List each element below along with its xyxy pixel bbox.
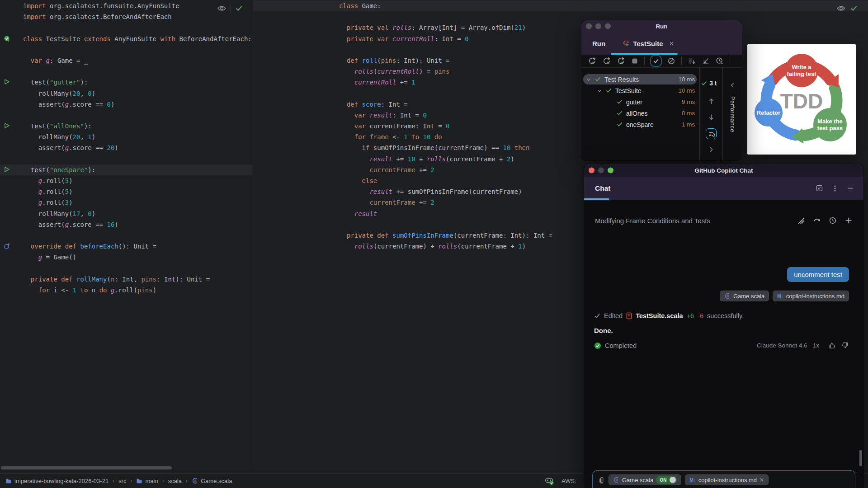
show-passed-icon[interactable] [651,56,661,66]
chevron-down-icon[interactable] [586,77,591,82]
attachment-chip-copilot-instructions[interactable]: M↓ copilot-instructions.md [773,291,849,301]
run-window-title: Run [656,23,667,30]
attach-file-icon[interactable] [597,476,605,484]
test-tree-row-gutter[interactable]: gutter9 ms [581,96,699,108]
run-window-titlebar[interactable]: Run [581,20,742,32]
tab-chat[interactable]: Chat [595,184,610,192]
run-test-gutter-icon[interactable] [4,122,11,130]
chat-scrollbar[interactable] [859,450,862,466]
code-line: private val rolls: Array[Int] = Array.of… [253,22,868,33]
test-duration: 1 ms [682,121,695,128]
stop-icon[interactable] [631,57,638,65]
breadcrumb-label: Game.scala [201,478,232,484]
editor-testsuite[interactable]: import org.scalatest.funsuite.AnyFunSuit… [0,0,253,473]
highlighting-level-eye-icon[interactable] [836,4,846,13]
attachment-label: copilot-instructions.md [698,477,757,483]
run-test-gutter-icon[interactable] [4,79,11,86]
previous-occurrence-icon[interactable] [708,98,715,105]
toggle-on-label: ON [660,478,666,483]
completion-row: Completed Claude Sonnet 4.6 · 1x [594,342,849,349]
breadcrumb-item[interactable]: Game.scala [192,478,232,484]
tab-testsuite[interactable]: TestSuite [623,40,674,47]
close-tab-icon[interactable] [669,41,674,46]
minimize-icon[interactable] [847,185,854,192]
chat-window-titlebar[interactable]: GitHub Copilot Chat [584,164,863,177]
remove-attachment-icon[interactable] [760,478,764,482]
zoom-button[interactable] [608,168,613,174]
scalatest-icon [623,40,630,47]
aws-status-label[interactable]: AWS: [561,478,576,484]
performance-strip: Performance [722,68,742,160]
test-tree-row-test-results[interactable]: Test Results10 ms [581,74,699,85]
copilot-status-icon[interactable] [544,476,554,486]
new-chat-icon[interactable] [844,216,853,225]
run-class-passed-gutter-icon[interactable] [4,35,11,42]
show-ignored-icon[interactable] [667,57,675,65]
tab-testsuite-label: TestSuite [633,40,663,47]
chat-input-box[interactable]: Game.scala ON M↓ copilot-instructions.md… [592,470,855,488]
status-bar-right: AWS: [544,474,576,488]
minimize-button[interactable] [595,23,601,29]
highlighting-level-eye-icon[interactable] [217,4,226,13]
track-running-test-icon[interactable] [706,128,717,139]
breadcrumb-label: scala [168,478,182,484]
context-toggle-on[interactable]: ON [656,476,677,484]
input-attachment-copilot-instructions[interactable]: M↓ copilot-instructions.md [685,474,769,485]
close-button[interactable] [589,168,594,174]
attachment-chip-game-scala[interactable]: Game.scala [720,291,769,301]
open-in-editor-icon[interactable] [816,184,823,192]
summary-text: 3 t [709,80,717,87]
code-line: import org.scalatest.BeforeAndAfterEach [0,11,253,22]
run-test-gutter-icon[interactable] [4,166,11,174]
test-duration: 9 ms [682,99,695,105]
zoom-button[interactable] [605,23,611,29]
thumbs-up-icon[interactable] [828,342,836,349]
history-icon[interactable] [829,216,837,225]
toggle-auto-test-icon[interactable] [617,57,625,66]
breadcrumb-item[interactable]: scala [168,478,182,484]
tab-performance[interactable]: Performance [729,96,736,132]
tdd-step-red-line1: Write a [792,64,811,70]
expand-icon[interactable] [708,146,714,153]
override-gutter-icon[interactable] [4,243,11,250]
inspections-passed-icon[interactable] [235,5,243,12]
test-node-label: TestSuite [615,87,642,94]
breadcrumb-separator-icon: › [113,478,114,484]
breadcrumb-item[interactable]: src [118,478,126,484]
test-tree-row-testsuite[interactable]: TestSuite10 ms [581,85,699,96]
thumbs-down-icon[interactable] [841,342,849,349]
test-tree-row-allones[interactable]: allOnes0 ms [581,108,699,119]
redo-icon[interactable] [813,216,821,225]
collapse-icon[interactable] [730,82,736,88]
chat-tab-bar: Chat [584,177,863,200]
edits-icon[interactable] [797,216,805,225]
test-history-icon[interactable] [716,57,724,65]
chevron-down-icon[interactable] [597,88,602,94]
test-navigation-strip: 3 t [699,68,722,160]
code-line: rollMany(17, 0) [0,208,253,219]
active-tab-underline [611,53,678,55]
sort-alphabetically-icon[interactable] [688,57,696,65]
breadcrumb-separator-icon: › [162,478,164,484]
horizontal-scrollbar[interactable] [1,466,172,469]
breadcrumb-item[interactable]: imperative-bowling-kata-2026-03-21 [5,478,108,484]
edited-file-name[interactable]: TestSuite.scala [636,312,683,319]
test-tree-row-onespare[interactable]: oneSpare1 ms [581,119,699,130]
rerun-tests-icon[interactable] [588,57,596,66]
code-line: for i <- 1 to n do g.roll(pins) [0,285,253,296]
next-occurrence-icon[interactable] [708,113,715,121]
input-attachment-game-scala[interactable]: Game.scala ON [609,474,681,485]
minimize-button[interactable] [598,168,604,174]
import-test-results-icon[interactable] [702,57,710,65]
inspections-passed-icon[interactable] [850,5,858,12]
tdd-step-green-line2: test pass [817,125,843,131]
test-passed-icon [617,122,623,127]
breadcrumb-item[interactable]: main [136,478,158,484]
attachment-label: Game.scala [733,293,764,300]
code-line: var g: Game = _ [0,55,253,66]
editor-split-divider[interactable] [253,0,253,473]
rerun-failed-tests-icon[interactable] [602,57,611,66]
close-button[interactable] [586,23,592,29]
more-options-icon[interactable] [831,185,839,192]
tab-run[interactable]: Run [592,40,605,47]
